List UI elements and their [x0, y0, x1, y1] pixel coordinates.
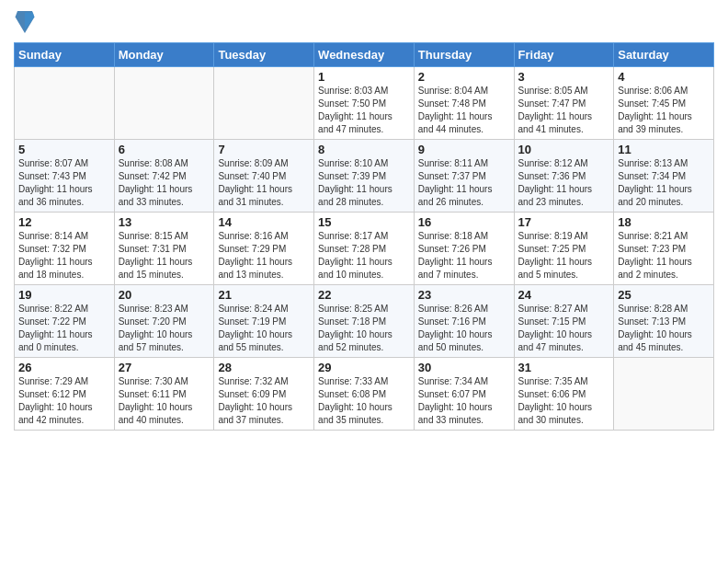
day-info: Sunrise: 8:05 AM Sunset: 7:47 PM Dayligh…: [518, 85, 610, 136]
day-number: 20: [119, 288, 210, 302]
day-info: Sunrise: 8:04 AM Sunset: 7:48 PM Dayligh…: [418, 85, 510, 136]
calendar-cell: 13Sunrise: 8:15 AM Sunset: 7:31 PM Dayli…: [114, 213, 214, 285]
calendar-cell: 7Sunrise: 8:09 AM Sunset: 7:40 PM Daylig…: [214, 140, 314, 213]
weekday-header-row: SundayMondayTuesdayWednesdayThursdayFrid…: [15, 43, 714, 67]
day-number: 11: [618, 143, 710, 156]
calendar-cell: 18Sunrise: 8:21 AM Sunset: 7:23 PM Dayli…: [614, 213, 714, 285]
logo: [14, 9, 40, 35]
day-info: Sunrise: 8:27 AM Sunset: 7:15 PM Dayligh…: [518, 303, 610, 354]
day-info: Sunrise: 8:13 AM Sunset: 7:34 PM Dayligh…: [618, 157, 710, 209]
week-row-2: 5Sunrise: 8:07 AM Sunset: 7:43 PM Daylig…: [15, 140, 714, 213]
day-number: 18: [618, 215, 710, 229]
day-number: 10: [518, 143, 610, 156]
day-info: Sunrise: 8:19 AM Sunset: 7:25 PM Dayligh…: [518, 230, 610, 282]
day-info: Sunrise: 8:16 AM Sunset: 7:29 PM Dayligh…: [218, 230, 310, 282]
day-info: Sunrise: 7:34 AM Sunset: 6:07 PM Dayligh…: [418, 375, 510, 427]
day-number: 6: [119, 143, 210, 156]
week-row-5: 26Sunrise: 7:29 AM Sunset: 6:12 PM Dayli…: [15, 358, 714, 431]
day-number: 9: [418, 143, 510, 156]
day-info: Sunrise: 8:23 AM Sunset: 7:20 PM Dayligh…: [119, 303, 210, 354]
day-number: 15: [318, 215, 410, 229]
day-info: Sunrise: 8:03 AM Sunset: 7:50 PM Dayligh…: [318, 85, 410, 136]
day-number: 25: [618, 288, 710, 302]
page: SundayMondayTuesdayWednesdayThursdayFrid…: [0, 0, 728, 563]
weekday-header-saturday: Saturday: [614, 43, 714, 67]
day-number: 16: [418, 215, 510, 229]
day-number: 8: [318, 143, 410, 156]
day-info: Sunrise: 8:15 AM Sunset: 7:31 PM Dayligh…: [119, 230, 210, 282]
weekday-header-tuesday: Tuesday: [214, 43, 314, 67]
week-row-3: 12Sunrise: 8:14 AM Sunset: 7:32 PM Dayli…: [15, 213, 714, 285]
day-number: 17: [518, 215, 610, 229]
calendar-cell: 11Sunrise: 8:13 AM Sunset: 7:34 PM Dayli…: [614, 140, 714, 213]
day-number: 14: [218, 215, 310, 229]
weekday-header-friday: Friday: [514, 43, 614, 67]
week-row-4: 19Sunrise: 8:22 AM Sunset: 7:22 PM Dayli…: [15, 285, 714, 358]
calendar-cell: 5Sunrise: 8:07 AM Sunset: 7:43 PM Daylig…: [15, 140, 115, 213]
logo-icon: [14, 9, 36, 35]
day-info: Sunrise: 8:28 AM Sunset: 7:13 PM Dayligh…: [618, 303, 710, 354]
day-info: Sunrise: 8:11 AM Sunset: 7:37 PM Dayligh…: [418, 157, 510, 209]
calendar-cell: 26Sunrise: 7:29 AM Sunset: 6:12 PM Dayli…: [15, 358, 115, 431]
day-info: Sunrise: 8:12 AM Sunset: 7:36 PM Dayligh…: [518, 157, 610, 209]
day-info: Sunrise: 8:17 AM Sunset: 7:28 PM Dayligh…: [318, 230, 410, 282]
day-info: Sunrise: 8:08 AM Sunset: 7:42 PM Dayligh…: [119, 157, 210, 209]
calendar-cell: 23Sunrise: 8:26 AM Sunset: 7:16 PM Dayli…: [414, 285, 514, 358]
day-info: Sunrise: 7:29 AM Sunset: 6:12 PM Dayligh…: [18, 375, 110, 427]
calendar-cell: 20Sunrise: 8:23 AM Sunset: 7:20 PM Dayli…: [114, 285, 214, 358]
day-number: 24: [518, 288, 610, 302]
day-info: Sunrise: 7:30 AM Sunset: 6:11 PM Dayligh…: [119, 375, 210, 427]
weekday-header-sunday: Sunday: [15, 43, 115, 67]
day-info: Sunrise: 8:09 AM Sunset: 7:40 PM Dayligh…: [218, 157, 310, 209]
day-number: 3: [518, 70, 610, 84]
calendar-cell: 9Sunrise: 8:11 AM Sunset: 7:37 PM Daylig…: [414, 140, 514, 213]
day-info: Sunrise: 8:22 AM Sunset: 7:22 PM Dayligh…: [18, 303, 110, 354]
day-number: 22: [318, 288, 410, 302]
calendar-cell: 24Sunrise: 8:27 AM Sunset: 7:15 PM Dayli…: [514, 285, 614, 358]
calendar-cell: [15, 67, 115, 140]
day-number: 30: [418, 361, 510, 374]
calendar-cell: 14Sunrise: 8:16 AM Sunset: 7:29 PM Dayli…: [214, 213, 314, 285]
day-info: Sunrise: 8:24 AM Sunset: 7:19 PM Dayligh…: [218, 303, 310, 354]
calendar-cell: 12Sunrise: 8:14 AM Sunset: 7:32 PM Dayli…: [15, 213, 115, 285]
calendar-cell: 25Sunrise: 8:28 AM Sunset: 7:13 PM Dayli…: [614, 285, 714, 358]
svg-marker-1: [25, 13, 34, 30]
day-number: 13: [119, 215, 210, 229]
weekday-header-thursday: Thursday: [414, 43, 514, 67]
day-number: 29: [318, 361, 410, 374]
day-number: 28: [218, 361, 310, 374]
calendar: SundayMondayTuesdayWednesdayThursdayFrid…: [14, 42, 714, 431]
calendar-cell: 1Sunrise: 8:03 AM Sunset: 7:50 PM Daylig…: [314, 67, 415, 140]
day-info: Sunrise: 8:14 AM Sunset: 7:32 PM Dayligh…: [18, 230, 110, 282]
calendar-cell: 15Sunrise: 8:17 AM Sunset: 7:28 PM Dayli…: [314, 213, 415, 285]
calendar-cell: 8Sunrise: 8:10 AM Sunset: 7:39 PM Daylig…: [314, 140, 415, 213]
calendar-cell: 19Sunrise: 8:22 AM Sunset: 7:22 PM Dayli…: [15, 285, 115, 358]
calendar-cell: [114, 67, 214, 140]
week-row-1: 1Sunrise: 8:03 AM Sunset: 7:50 PM Daylig…: [15, 67, 714, 140]
day-number: 2: [418, 70, 510, 84]
day-number: 23: [418, 288, 510, 302]
calendar-cell: 6Sunrise: 8:08 AM Sunset: 7:42 PM Daylig…: [114, 140, 214, 213]
day-number: 5: [18, 143, 110, 156]
weekday-header-monday: Monday: [114, 43, 214, 67]
day-number: 27: [119, 361, 210, 374]
day-number: 19: [18, 288, 110, 302]
day-info: Sunrise: 8:25 AM Sunset: 7:18 PM Dayligh…: [318, 303, 410, 354]
day-info: Sunrise: 8:07 AM Sunset: 7:43 PM Dayligh…: [18, 157, 110, 209]
day-number: 31: [518, 361, 610, 374]
calendar-cell: 17Sunrise: 8:19 AM Sunset: 7:25 PM Dayli…: [514, 213, 614, 285]
weekday-header-wednesday: Wednesday: [314, 43, 415, 67]
day-number: 1: [318, 70, 410, 84]
day-info: Sunrise: 8:21 AM Sunset: 7:23 PM Dayligh…: [618, 230, 710, 282]
calendar-cell: 3Sunrise: 8:05 AM Sunset: 7:47 PM Daylig…: [514, 67, 614, 140]
calendar-cell: [214, 67, 314, 140]
day-number: 12: [18, 215, 110, 229]
day-number: 4: [618, 70, 710, 84]
day-info: Sunrise: 7:35 AM Sunset: 6:06 PM Dayligh…: [518, 375, 610, 427]
day-number: 21: [218, 288, 310, 302]
calendar-cell: 27Sunrise: 7:30 AM Sunset: 6:11 PM Dayli…: [114, 358, 214, 431]
calendar-cell: 30Sunrise: 7:34 AM Sunset: 6:07 PM Dayli…: [414, 358, 514, 431]
day-number: 7: [218, 143, 310, 156]
calendar-cell: 21Sunrise: 8:24 AM Sunset: 7:19 PM Dayli…: [214, 285, 314, 358]
calendar-cell: 2Sunrise: 8:04 AM Sunset: 7:48 PM Daylig…: [414, 67, 514, 140]
